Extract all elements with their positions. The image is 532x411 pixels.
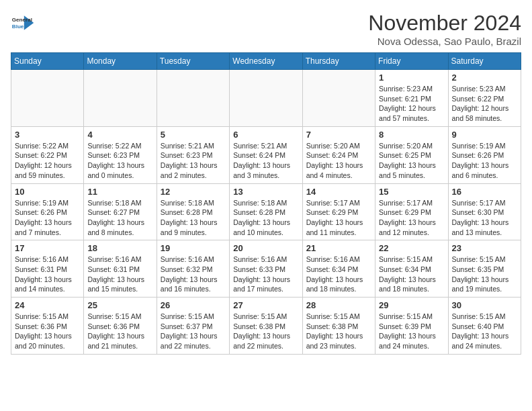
calendar-day-cell: 16Sunrise: 5:17 AMSunset: 6:30 PMDayligh… <box>448 183 521 240</box>
day-number: 22 <box>379 243 444 253</box>
weekday-header: Monday <box>84 53 157 70</box>
calendar-week-row: 24Sunrise: 5:15 AMSunset: 6:36 PMDayligh… <box>11 298 521 355</box>
day-number: 9 <box>452 130 517 140</box>
day-info: Sunrise: 5:15 AMSunset: 6:34 PMDaylight:… <box>379 255 444 294</box>
day-info: Sunrise: 5:15 AMSunset: 6:38 PMDaylight:… <box>306 312 371 351</box>
day-info: Sunrise: 5:15 AMSunset: 6:36 PMDaylight:… <box>87 312 152 351</box>
day-info: Sunrise: 5:22 AMSunset: 6:22 PMDaylight:… <box>15 141 80 181</box>
day-info: Sunrise: 5:23 AMSunset: 6:22 PMDaylight:… <box>452 84 517 124</box>
calendar-day-cell: 1Sunrise: 5:23 AMSunset: 6:21 PMDaylight… <box>375 70 448 127</box>
svg-text:General: General <box>12 17 32 23</box>
weekday-header: Thursday <box>302 53 375 70</box>
day-info: Sunrise: 5:17 AMSunset: 6:29 PMDaylight:… <box>306 198 371 238</box>
day-info: Sunrise: 5:18 AMSunset: 6:28 PMDaylight:… <box>233 198 298 238</box>
day-number: 19 <box>161 243 226 253</box>
calendar-week-row: 17Sunrise: 5:16 AMSunset: 6:31 PMDayligh… <box>11 240 521 298</box>
calendar-day-cell: 5Sunrise: 5:21 AMSunset: 6:23 PMDaylight… <box>157 126 229 183</box>
day-info: Sunrise: 5:16 AMSunset: 6:32 PMDaylight:… <box>161 255 226 294</box>
calendar-day-cell <box>157 70 229 127</box>
day-number: 29 <box>379 300 444 310</box>
calendar-day-cell: 23Sunrise: 5:15 AMSunset: 6:35 PMDayligh… <box>448 240 521 298</box>
day-number: 1 <box>379 73 444 83</box>
weekday-header: Friday <box>375 53 448 70</box>
day-info: Sunrise: 5:23 AMSunset: 6:21 PMDaylight:… <box>379 84 444 124</box>
day-number: 24 <box>15 300 80 310</box>
day-number: 16 <box>452 187 517 197</box>
day-info: Sunrise: 5:21 AMSunset: 6:23 PMDaylight:… <box>161 141 226 181</box>
calendar-day-cell: 8Sunrise: 5:20 AMSunset: 6:25 PMDaylight… <box>375 126 448 183</box>
calendar-day-cell <box>230 70 302 127</box>
day-number: 30 <box>452 300 517 310</box>
day-number: 28 <box>306 300 371 310</box>
day-number: 13 <box>233 187 298 197</box>
day-info: Sunrise: 5:17 AMSunset: 6:29 PMDaylight:… <box>379 198 444 238</box>
logo: General Blue <box>11 11 35 35</box>
calendar-day-cell: 29Sunrise: 5:15 AMSunset: 6:39 PMDayligh… <box>375 298 448 355</box>
calendar-day-cell: 9Sunrise: 5:19 AMSunset: 6:26 PMDaylight… <box>448 126 521 183</box>
day-info: Sunrise: 5:21 AMSunset: 6:24 PMDaylight:… <box>233 141 298 181</box>
day-number: 27 <box>233 300 298 310</box>
day-number: 25 <box>87 300 152 310</box>
day-info: Sunrise: 5:15 AMSunset: 6:39 PMDaylight:… <box>379 312 444 351</box>
calendar-day-cell: 6Sunrise: 5:21 AMSunset: 6:24 PMDaylight… <box>230 126 302 183</box>
weekday-header: Sunday <box>11 53 84 70</box>
day-info: Sunrise: 5:20 AMSunset: 6:24 PMDaylight:… <box>306 141 371 181</box>
day-number: 11 <box>87 187 152 197</box>
calendar-table: SundayMondayTuesdayWednesdayThursdayFrid… <box>11 52 521 355</box>
day-info: Sunrise: 5:18 AMSunset: 6:28 PMDaylight:… <box>161 198 226 238</box>
calendar-day-cell: 4Sunrise: 5:22 AMSunset: 6:23 PMDaylight… <box>84 126 157 183</box>
day-info: Sunrise: 5:16 AMSunset: 6:33 PMDaylight:… <box>233 255 298 294</box>
svg-text:Blue: Blue <box>12 24 24 30</box>
calendar-day-cell: 25Sunrise: 5:15 AMSunset: 6:36 PMDayligh… <box>84 298 157 355</box>
location: Nova Odessa, Sao Paulo, Brazil <box>368 36 521 47</box>
day-number: 5 <box>161 130 226 140</box>
day-info: Sunrise: 5:15 AMSunset: 6:37 PMDaylight:… <box>161 312 226 351</box>
day-info: Sunrise: 5:19 AMSunset: 6:26 PMDaylight:… <box>15 198 80 238</box>
day-info: Sunrise: 5:16 AMSunset: 6:31 PMDaylight:… <box>15 255 80 294</box>
day-info: Sunrise: 5:16 AMSunset: 6:31 PMDaylight:… <box>87 255 152 294</box>
calendar-day-cell <box>11 70 84 127</box>
calendar-day-cell: 3Sunrise: 5:22 AMSunset: 6:22 PMDaylight… <box>11 126 84 183</box>
day-number: 26 <box>161 300 226 310</box>
month-title: November 2024 <box>368 11 521 36</box>
title-block: November 2024 Nova Odessa, Sao Paulo, Br… <box>368 11 521 47</box>
page-header: General Blue November 2024 Nova Odessa, … <box>11 11 521 47</box>
day-number: 2 <box>452 73 517 83</box>
day-number: 14 <box>306 187 371 197</box>
calendar-day-cell: 13Sunrise: 5:18 AMSunset: 6:28 PMDayligh… <box>230 183 302 240</box>
calendar-day-cell: 14Sunrise: 5:17 AMSunset: 6:29 PMDayligh… <box>302 183 375 240</box>
day-info: Sunrise: 5:18 AMSunset: 6:27 PMDaylight:… <box>87 198 152 238</box>
weekday-header: Tuesday <box>157 53 229 70</box>
calendar-day-cell: 7Sunrise: 5:20 AMSunset: 6:24 PMDaylight… <box>302 126 375 183</box>
logo-icon: General Blue <box>11 11 35 35</box>
day-number: 12 <box>161 187 226 197</box>
calendar-day-cell: 19Sunrise: 5:16 AMSunset: 6:32 PMDayligh… <box>157 240 229 298</box>
calendar-day-cell: 20Sunrise: 5:16 AMSunset: 6:33 PMDayligh… <box>230 240 302 298</box>
day-number: 7 <box>306 130 371 140</box>
day-info: Sunrise: 5:19 AMSunset: 6:26 PMDaylight:… <box>452 141 517 181</box>
calendar-day-cell: 18Sunrise: 5:16 AMSunset: 6:31 PMDayligh… <box>84 240 157 298</box>
day-info: Sunrise: 5:15 AMSunset: 6:35 PMDaylight:… <box>452 255 517 294</box>
calendar-day-cell: 30Sunrise: 5:15 AMSunset: 6:40 PMDayligh… <box>448 298 521 355</box>
calendar-day-cell <box>84 70 157 127</box>
calendar-day-cell: 11Sunrise: 5:18 AMSunset: 6:27 PMDayligh… <box>84 183 157 240</box>
day-number: 10 <box>15 187 80 197</box>
calendar-day-cell: 17Sunrise: 5:16 AMSunset: 6:31 PMDayligh… <box>11 240 84 298</box>
day-number: 20 <box>233 243 298 253</box>
calendar-day-cell: 21Sunrise: 5:16 AMSunset: 6:34 PMDayligh… <box>302 240 375 298</box>
day-info: Sunrise: 5:15 AMSunset: 6:36 PMDaylight:… <box>15 312 80 351</box>
weekday-header: Saturday <box>448 53 521 70</box>
calendar-week-row: 10Sunrise: 5:19 AMSunset: 6:26 PMDayligh… <box>11 183 521 240</box>
calendar-header-row: SundayMondayTuesdayWednesdayThursdayFrid… <box>11 53 521 70</box>
day-info: Sunrise: 5:15 AMSunset: 6:40 PMDaylight:… <box>452 312 517 351</box>
calendar-day-cell: 15Sunrise: 5:17 AMSunset: 6:29 PMDayligh… <box>375 183 448 240</box>
calendar-week-row: 1Sunrise: 5:23 AMSunset: 6:21 PMDaylight… <box>11 70 521 127</box>
calendar-week-row: 3Sunrise: 5:22 AMSunset: 6:22 PMDaylight… <box>11 126 521 183</box>
day-info: Sunrise: 5:17 AMSunset: 6:30 PMDaylight:… <box>452 198 517 238</box>
day-number: 23 <box>452 243 517 253</box>
weekday-header: Wednesday <box>230 53 302 70</box>
calendar-day-cell: 26Sunrise: 5:15 AMSunset: 6:37 PMDayligh… <box>157 298 229 355</box>
calendar-day-cell: 27Sunrise: 5:15 AMSunset: 6:38 PMDayligh… <box>230 298 302 355</box>
calendar-day-cell: 12Sunrise: 5:18 AMSunset: 6:28 PMDayligh… <box>157 183 229 240</box>
day-info: Sunrise: 5:22 AMSunset: 6:23 PMDaylight:… <box>87 141 152 181</box>
